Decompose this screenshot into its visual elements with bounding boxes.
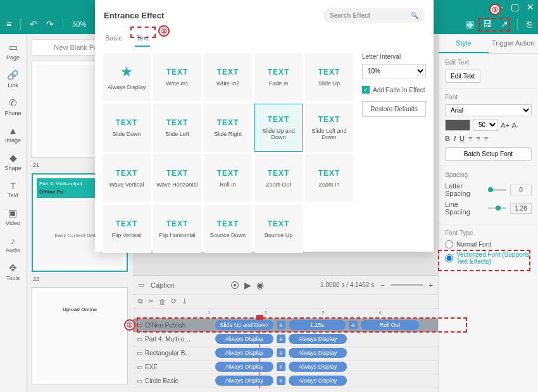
tl-tool-icon[interactable]: ✂: [148, 297, 154, 305]
timeline-clip[interactable]: Always Display: [289, 362, 347, 372]
timeline-clip[interactable]: Slide Up and Down: [215, 320, 273, 330]
add-clip-button[interactable]: +: [277, 334, 285, 343]
add-clip-button[interactable]: +: [277, 362, 285, 371]
timeline-track[interactable]: Always Display+Always Display: [204, 333, 438, 346]
timeline-row[interactable]: ▭ Part 4: Multi-o…Always Display+Always …: [133, 333, 438, 346]
rail-shape[interactable]: ◆Shape: [4, 150, 21, 174]
font-decrease-button[interactable]: A-: [512, 121, 519, 129]
font-increase-button[interactable]: A+: [501, 121, 510, 129]
effect-fade-in[interactable]: TEXTFade In: [254, 53, 303, 101]
page-thumb[interactable]: Upload Online: [32, 287, 128, 384]
tl-tool-icon[interactable]: ⧉: [138, 297, 143, 305]
rail-page[interactable]: ▭Page: [6, 39, 20, 63]
tab-trigger-action[interactable]: Trigger Action: [489, 34, 539, 53]
line-spacing-value[interactable]: 1.28: [510, 203, 532, 214]
effect-slide-up-and-down[interactable]: TEXTSlide Up and Down: [254, 104, 303, 152]
rail-tools[interactable]: ✥Tools: [6, 260, 20, 284]
timeline-clip[interactable]: 1.15s: [289, 320, 346, 330]
timeline-clip[interactable]: Always Display: [215, 362, 273, 372]
timeline-row[interactable]: ▭ Rectangular B…Always Display+Always Di…: [133, 346, 438, 360]
align-left-icon[interactable]: ≡: [468, 135, 472, 142]
timeline-zoom-slider[interactable]: [391, 284, 423, 286]
timeline-clip[interactable]: Always Display: [215, 334, 273, 344]
rail-audio[interactable]: ♪Audio: [6, 233, 20, 256]
effect-slide-up[interactable]: TEXTSlide Up: [305, 53, 353, 101]
exit-icon[interactable]: ⎘: [527, 19, 532, 29]
effect-write-in1[interactable]: TEXTWrite In1: [153, 53, 201, 101]
restore-defaults-button[interactable]: Restore Defaults: [362, 101, 426, 117]
batch-setup-font-button[interactable]: Batch Setup Font: [445, 147, 532, 161]
letter-spacing-slider[interactable]: [488, 189, 506, 191]
effect-slide-left[interactable]: TEXTSlide Left: [153, 104, 201, 152]
effect-slide-left-and-down[interactable]: TEXTSlide Left and Down: [305, 104, 353, 152]
add-clip-button[interactable]: +: [349, 321, 358, 329]
rail-image[interactable]: ▲Image: [5, 123, 21, 146]
vectorized-font-radio[interactable]: [445, 254, 453, 262]
rail-link[interactable]: 🔗Link: [7, 67, 19, 91]
effect-always-display[interactable]: ★Always Display: [103, 53, 151, 101]
timeline-track[interactable]: Always Display+Always Display: [204, 346, 438, 360]
maximize-button[interactable]: ▢: [511, 2, 519, 12]
stop-button[interactable]: ◉: [256, 280, 264, 290]
timeline-clip[interactable]: Always Display: [289, 348, 347, 358]
prev-button[interactable]: ⦿: [230, 280, 239, 290]
zoom-level[interactable]: 50%: [72, 20, 86, 28]
undo-button[interactable]: ↶: [30, 19, 37, 29]
tl-tool-icon[interactable]: ⤓: [182, 297, 187, 305]
close-button[interactable]: ✕: [527, 2, 534, 12]
add-clip-button[interactable]: +: [277, 348, 285, 357]
italic-button[interactable]: I: [454, 135, 456, 142]
bold-button[interactable]: B: [445, 135, 450, 142]
effect-bounce-down[interactable]: TEXTBounce Down: [204, 205, 252, 253]
effect-wave-vertical[interactable]: TEXTWave Vertical: [103, 154, 151, 202]
timeline-row[interactable]: ▭ Circle BasicAlways Display+Always Disp…: [133, 374, 438, 388]
tab-text[interactable]: Text: [135, 30, 150, 47]
tab-basic[interactable]: Basic: [104, 30, 123, 47]
timeline-row[interactable]: ▭ Offline PublishSlide Up and Down+1.15s…: [133, 319, 438, 333]
add-clip-button[interactable]: +: [277, 376, 285, 385]
effect-write-in2[interactable]: TEXTWrite In2: [204, 53, 252, 101]
letter-spacing-value[interactable]: 0: [510, 185, 532, 195]
timeline-track[interactable]: Always Display+Always Display: [204, 374, 438, 388]
grid-icon[interactable]: ▦: [466, 19, 474, 29]
export-icon[interactable]: ↗: [501, 19, 508, 29]
letter-interval-select[interactable]: 10%: [362, 64, 426, 78]
underline-button[interactable]: U: [460, 135, 465, 142]
rail-phone[interactable]: ✆Phone: [4, 95, 21, 119]
effect-zoom-out[interactable]: TEXTZoom Out: [254, 154, 303, 202]
search-effect-input[interactable]: Search Effect 🔍: [323, 8, 425, 23]
effect-zoom-in[interactable]: TEXTZoom In: [305, 154, 353, 202]
effect-slide-right[interactable]: TEXTSlide Right: [204, 104, 252, 152]
add-clip-button[interactable]: +: [277, 321, 285, 329]
line-spacing-slider[interactable]: [488, 207, 506, 209]
timeline-clip[interactable]: Always Display: [215, 348, 273, 358]
effect-bounce-up[interactable]: TEXTBounce Up: [254, 205, 303, 253]
play-button[interactable]: ▶: [244, 280, 251, 290]
save-icon[interactable]: 🖫: [483, 19, 492, 29]
tl-tool-icon[interactable]: ⟳: [171, 297, 177, 305]
effect-flip-vertical[interactable]: TEXTFlip Vertical: [103, 205, 151, 253]
timeline-clip[interactable]: Always Display: [215, 376, 273, 386]
font-family-select[interactable]: Arial: [445, 104, 532, 116]
timeline-clip[interactable]: Roll Out: [361, 320, 419, 330]
font-size-select[interactable]: 50: [473, 119, 498, 131]
align-right-icon[interactable]: ≡: [484, 135, 488, 142]
effect-roll-in[interactable]: TEXTRoll In: [204, 154, 252, 202]
menu-icon[interactable]: ≡: [6, 19, 11, 29]
normal-font-radio[interactable]: [445, 240, 453, 248]
color-swatch[interactable]: [445, 119, 470, 131]
timeline-row[interactable]: ▭ EXEAlways Display+Always Display: [133, 360, 438, 374]
timeline-zoom-in-icon[interactable]: +: [429, 281, 433, 289]
rail-text[interactable]: TText: [8, 178, 18, 201]
timeline-ruler[interactable]: 1234: [133, 309, 438, 319]
timeline-zoom-out-icon[interactable]: −: [380, 281, 384, 289]
rail-video[interactable]: ▣Video: [6, 205, 20, 229]
timeline-track[interactable]: Slide Up and Down+1.15s+Roll Out: [204, 319, 438, 332]
timeline-track[interactable]: Always Display+Always Display: [204, 360, 438, 374]
edit-text-button[interactable]: Edit Text: [445, 70, 480, 83]
redo-button[interactable]: ↷: [46, 19, 54, 29]
fade-in-checkbox[interactable]: ✓: [362, 86, 370, 94]
tab-style[interactable]: Style: [439, 34, 489, 53]
effect-wave-horizontal[interactable]: TEXTWave Horizontal: [153, 154, 201, 202]
timeline-clip[interactable]: Always Display: [289, 376, 347, 386]
